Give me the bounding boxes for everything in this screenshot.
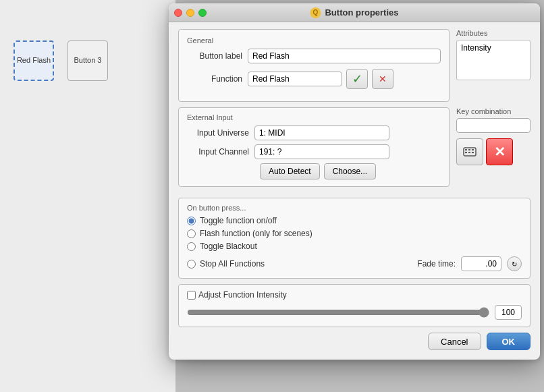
key-combination-input[interactable]	[456, 118, 531, 133]
dialog-body: General Button label Function ✓ ✕	[169, 22, 540, 360]
attributes-label: Attributes	[456, 29, 531, 37]
clear-icon: ✕	[379, 74, 387, 84]
button-label-input[interactable]	[248, 49, 441, 63]
svg-rect-5	[468, 152, 470, 153]
button-widget-label: Red Flash	[17, 56, 51, 65]
input-universe-label: Input Universe	[187, 128, 254, 138]
svg-rect-3	[472, 149, 474, 150]
flash-function-radio[interactable]	[187, 229, 196, 238]
svg-rect-1	[465, 149, 467, 150]
auto-detect-button[interactable]: Auto Detect	[260, 163, 320, 179]
intensity-checkbox-row: Adjust Function Intensity	[187, 290, 522, 300]
intensity-value-input[interactable]	[495, 305, 522, 320]
slider-row	[187, 305, 522, 320]
external-input-label: External Input	[187, 113, 441, 121]
traffic-lights	[174, 9, 207, 17]
toggle-blackout-label: Toggle Blackout	[200, 242, 257, 251]
intensity-section: Adjust Function Intensity	[178, 284, 531, 327]
external-input-section: External Input Input Universe Input Chan…	[178, 107, 450, 187]
function-clear-button[interactable]: ✕	[372, 69, 393, 89]
toggle-function-row: Toggle function on/off	[187, 216, 522, 225]
input-universe-input[interactable]	[254, 125, 389, 140]
key-buttons: ✕	[456, 138, 531, 165]
maximize-button[interactable]	[198, 9, 207, 17]
input-channel-input[interactable]	[254, 144, 389, 159]
top-row: General Button label Function ✓ ✕	[178, 29, 531, 102]
desktop: Red Flash Button 3	[0, 0, 175, 392]
key-clear-icon: ✕	[494, 144, 506, 160]
title-icon: Q	[310, 7, 321, 18]
ext-buttons: Auto Detect Choose...	[187, 163, 441, 179]
dialog-titlebar: Q Button properties	[169, 3, 540, 22]
svg-rect-4	[465, 152, 467, 153]
function-input[interactable]	[248, 72, 342, 86]
attributes-section: Attributes Intensity	[456, 29, 531, 102]
button-widget2-label: Button 3	[74, 56, 102, 65]
function-check-button[interactable]: ✓	[346, 69, 368, 89]
button-widget-red-flash[interactable]: Red Flash	[13, 40, 54, 81]
on-button-press-label: On button press...	[187, 204, 522, 212]
button-widget-3[interactable]: Button 3	[67, 40, 108, 81]
key-clear-button[interactable]: ✕	[486, 138, 513, 165]
bottom-buttons: Cancel OK	[178, 333, 531, 350]
flash-function-label: Flash function (only for scenes)	[200, 229, 312, 238]
stop-functions-radio[interactable]	[187, 260, 196, 269]
intensity-checkbox-label: Adjust Function Intensity	[198, 290, 287, 300]
check-icon: ✓	[352, 72, 362, 86]
fade-time-input[interactable]	[461, 256, 501, 271]
button-label-field: Button label	[187, 51, 248, 61]
key-combination-section: Key combination	[456, 107, 531, 192]
input-channel-label: Input Channel	[187, 147, 254, 157]
attributes-box[interactable]: Intensity	[456, 40, 531, 80]
toggle-function-label: Toggle function on/off	[200, 216, 277, 225]
fade-time-label: Fade time:	[417, 259, 456, 269]
dialog-title: Q Button properties	[310, 7, 398, 18]
ok-button[interactable]: OK	[487, 333, 531, 350]
intensity-checkbox[interactable]	[187, 291, 196, 300]
key-combination-label: Key combination	[456, 107, 531, 115]
svg-rect-2	[468, 149, 470, 150]
fade-time-spin[interactable]: ↻	[507, 256, 522, 271]
cancel-button[interactable]: Cancel	[428, 333, 481, 350]
toggle-blackout-row: Toggle Blackout	[187, 242, 522, 251]
function-input-row: ✓ ✕	[248, 69, 393, 89]
input-universe-row: Input Universe	[187, 125, 441, 140]
close-button[interactable]	[174, 9, 182, 17]
stop-functions-label: Stop All Functions	[200, 259, 265, 269]
radio-group: Toggle function on/off Flash function (o…	[187, 216, 522, 251]
toggle-blackout-radio[interactable]	[187, 242, 196, 251]
intensity-slider[interactable]	[187, 307, 489, 318]
key-assign-button[interactable]	[456, 138, 483, 165]
function-field: Function	[187, 74, 248, 84]
middle-row: External Input Input Universe Input Chan…	[178, 107, 531, 192]
svg-rect-6	[472, 152, 474, 153]
general-label: General	[187, 36, 441, 45]
input-channel-row: Input Channel	[187, 144, 441, 159]
button-label-row: Button label	[187, 49, 441, 63]
minimize-button[interactable]	[186, 9, 194, 17]
flash-function-row: Flash function (only for scenes)	[187, 229, 522, 238]
stop-row: Stop All Functions Fade time: ↻	[187, 256, 522, 271]
function-row: Function ✓ ✕	[187, 69, 441, 89]
button-properties-dialog: Q Button properties General Button label…	[169, 3, 540, 360]
keyboard-icon	[462, 144, 477, 159]
stop-functions-row: Stop All Functions	[187, 259, 265, 269]
on-button-press-section: On button press... Toggle function on/of…	[178, 198, 531, 279]
attributes-value: Intensity	[461, 43, 526, 53]
toggle-function-radio[interactable]	[187, 217, 196, 225]
general-section: General Button label Function ✓ ✕	[178, 29, 450, 102]
choose-button[interactable]: Choose...	[324, 163, 376, 179]
